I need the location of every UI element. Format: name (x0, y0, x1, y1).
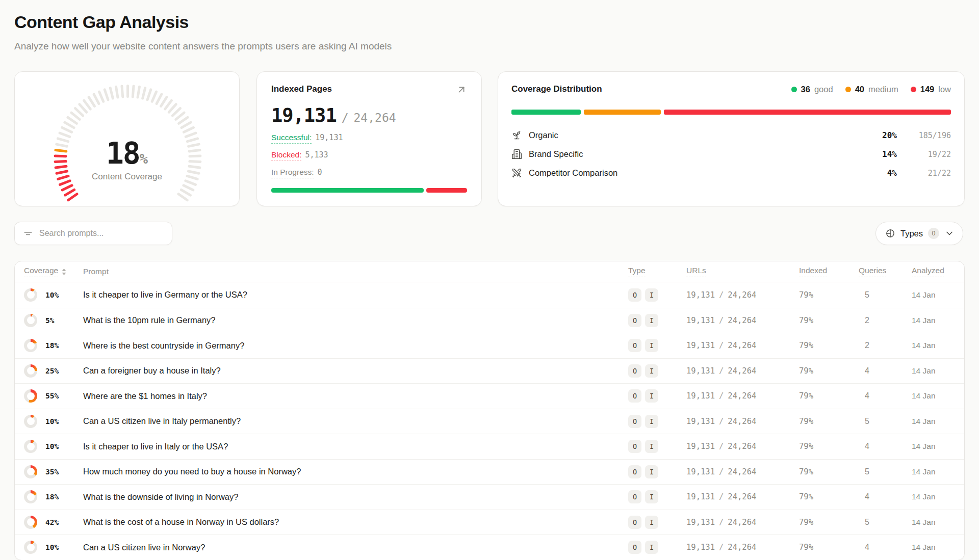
coverage-donut (24, 288, 37, 302)
type-badges: OI (628, 490, 686, 503)
analyzed-cell: 14 Jan (912, 316, 964, 325)
urls-cell: 19,131/24,264 (686, 341, 799, 350)
table-row[interactable]: 10%Can a US citizen live in Italy perman… (15, 409, 964, 434)
coverage-legend: 36good40medium149low (791, 85, 951, 94)
indexed-pages-title: Indexed Pages (271, 84, 332, 94)
queries-cell: 4 (859, 391, 912, 401)
type-badge-O: O (628, 465, 641, 478)
indexed-cell: 79% (799, 366, 859, 376)
filter-lines-icon (23, 228, 33, 238)
table-header: Coverage Prompt Type URLs Indexed Querie… (15, 261, 964, 282)
table-row[interactable]: 42%What is the cost of a house in Norway… (15, 510, 964, 535)
open-external-icon[interactable] (456, 84, 467, 95)
gauge-tick (114, 85, 119, 98)
indexed-cell: 79% (799, 417, 859, 426)
gauge-tick (126, 85, 129, 98)
type-badge-O: O (628, 440, 641, 453)
type-badge-I: I (645, 288, 658, 302)
distribution-segment (584, 110, 661, 115)
urls-cell: 19,131/24,264 (686, 391, 799, 401)
indexed-cell: 79% (799, 391, 859, 401)
prompt-text: Where are the $1 homes in Italy? (83, 391, 628, 401)
coverage-distribution-rows: Organic20%185/196Brand Specific14%19/22C… (511, 126, 951, 182)
urls-cell: 19,131/24,264 (686, 492, 799, 501)
type-badge-I: I (645, 541, 658, 554)
stat-successful: Successful: 19,131 (271, 133, 467, 144)
urls-cell: 19,131/24,264 (686, 290, 799, 300)
urls-cell: 19,131/24,264 (686, 467, 799, 476)
type-badges: OI (628, 288, 686, 302)
table-row[interactable]: 10%Can a US citizen live in Norway?OI19,… (15, 535, 964, 560)
queries-cell: 5 (859, 290, 912, 300)
table-row[interactable]: 55%Where are the $1 homes in Italy?OI19,… (15, 383, 964, 409)
type-badges: OI (628, 415, 686, 428)
type-badges: OI (628, 516, 686, 529)
column-header-urls: URLs (686, 266, 799, 277)
types-filter-button[interactable]: Types 0 (875, 222, 963, 245)
type-badges: OI (628, 314, 686, 327)
indexed-cell: 79% (799, 442, 859, 451)
type-badges: OI (628, 389, 686, 403)
types-label: Types (900, 229, 923, 238)
type-badges: OI (628, 364, 686, 378)
table-row[interactable]: 10%Is it cheaper to live in Germany or t… (15, 282, 964, 308)
urls-cell: 19,131/24,264 (686, 442, 799, 451)
queries-cell: 2 (859, 316, 912, 325)
swords-icon (511, 168, 522, 178)
analyzed-cell: 14 Jan (912, 391, 964, 401)
table-row[interactable]: 25%Can a foreigner buy a house in Italy?… (15, 358, 964, 384)
gauge-tick (109, 87, 114, 100)
table-row[interactable]: 18%What is the downside of living in Nor… (15, 484, 964, 510)
queries-cell: 2 (859, 341, 912, 350)
types-count-badge: 0 (928, 228, 939, 239)
type-badges: OI (628, 465, 686, 478)
legend-dot (845, 87, 851, 92)
type-badge-O: O (628, 389, 641, 403)
total-count: 24,264 (354, 111, 396, 124)
search-prompts-box (14, 222, 172, 245)
indexed-cell: 79% (799, 543, 859, 552)
table-row[interactable]: 5%What is the 10pm rule in Germany?OI19,… (15, 308, 964, 333)
coverage-percent: 18% (45, 341, 59, 350)
type-badge-I: I (645, 364, 658, 378)
queries-cell: 5 (859, 518, 912, 527)
analyzed-cell: 14 Jan (912, 492, 964, 501)
column-header-coverage[interactable]: Coverage (15, 266, 83, 277)
coverage-distribution-title: Coverage Distribution (511, 84, 602, 94)
type-badges: OI (628, 541, 686, 554)
type-badges: OI (628, 440, 686, 453)
building-icon (511, 149, 522, 159)
urls-cell: 19,131/24,264 (686, 518, 799, 527)
queries-cell: 4 (859, 543, 912, 552)
coverage-percent: 10% (45, 291, 59, 299)
progress-segment (271, 188, 424, 193)
column-header-queries: Queries (859, 266, 912, 277)
prompt-text: What is the downside of living in Norway… (83, 492, 628, 502)
table-row[interactable]: 35%How much money do you need to buy a h… (15, 459, 964, 485)
sort-icon[interactable] (61, 268, 67, 276)
coverage-percent: 5% (45, 316, 54, 325)
queries-cell: 4 (859, 366, 912, 376)
type-badge-O: O (628, 314, 641, 327)
prompts-table: Coverage Prompt Type URLs Indexed Querie… (14, 261, 965, 560)
table-row[interactable]: 10%Is it cheaper to live in Italy or the… (15, 434, 964, 459)
analyzed-cell: 14 Jan (912, 341, 964, 350)
gauge-tick (136, 85, 141, 98)
coverage-donut (24, 364, 37, 378)
coverage-percent: 10% (45, 442, 59, 450)
legend-dot (791, 87, 797, 92)
table-body: 10%Is it cheaper to live in Germany or t… (15, 282, 964, 560)
analyzed-cell: 14 Jan (912, 366, 964, 376)
prompt-text: Is it cheaper to live in Italy or the US… (83, 442, 628, 451)
type-badge-O: O (628, 288, 641, 302)
gauge-tick (141, 87, 146, 100)
type-badge-I: I (645, 389, 658, 403)
coverage-percent: 35% (45, 468, 59, 476)
table-row[interactable]: 18%Where is the best countryside in Germ… (15, 333, 964, 358)
gauge-tick (131, 85, 135, 98)
type-badge-I: I (645, 490, 658, 503)
prompt-text: Where is the best countryside in Germany… (83, 341, 628, 351)
prompt-text: What is the cost of a house in Norway in… (83, 517, 628, 527)
queries-cell: 5 (859, 417, 912, 426)
search-prompts-input[interactable] (39, 229, 164, 238)
